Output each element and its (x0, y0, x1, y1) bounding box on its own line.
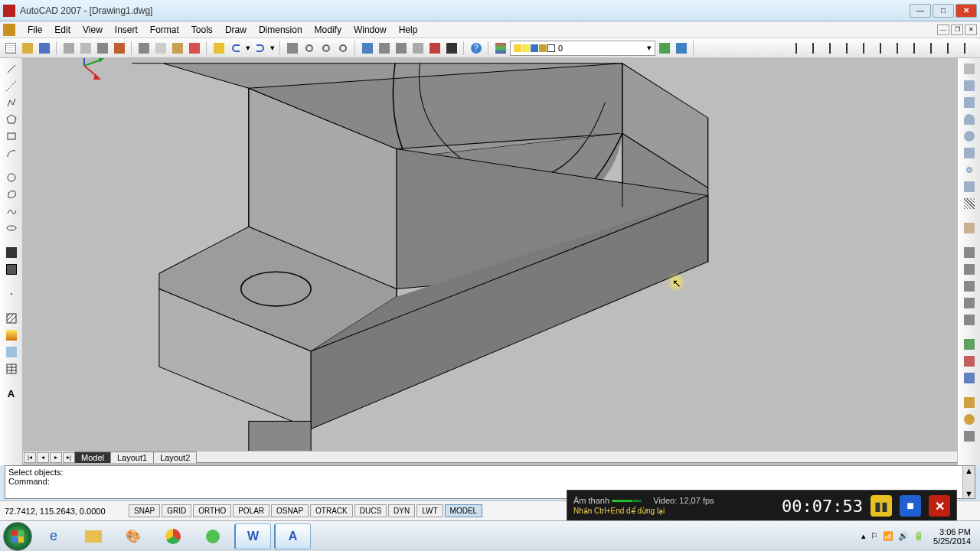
system-tray[interactable]: ▴ ⚐ 📶 🔊 🔋 3:06 PM 5/25/2014 (855, 527, 977, 546)
ortho-toggle[interactable]: ORTHO (193, 504, 231, 517)
spline-button[interactable] (4, 204, 19, 219)
start-button[interactable] (3, 522, 32, 551)
action-center-icon[interactable]: ⚐ (871, 531, 878, 541)
taskbar-word[interactable]: W (234, 523, 271, 549)
dim-aligned-button[interactable] (810, 41, 825, 56)
3d-rotate-button[interactable] (962, 412, 977, 427)
dim-arc-button[interactable] (827, 41, 842, 56)
coordinates-display[interactable]: 72.7412, 115.2643, 0.0000 (5, 507, 127, 516)
pyramid-button[interactable] (962, 179, 977, 194)
tab-first-button[interactable]: |◂ (24, 452, 36, 463)
extrude-button[interactable] (962, 245, 977, 260)
command-prompt[interactable]: Command: (8, 477, 959, 486)
ellipse-button[interactable] (4, 220, 19, 236)
dyn-toggle[interactable]: DYN (388, 504, 415, 517)
network-icon[interactable]: 📶 (883, 531, 893, 541)
construction-line-button[interactable] (4, 78, 19, 93)
layer-states-button[interactable] (674, 41, 689, 56)
properties-button[interactable] (360, 41, 375, 56)
sweep-button[interactable] (962, 279, 977, 294)
recorder-close-button[interactable]: ✕ (929, 495, 950, 517)
paste-button[interactable] (170, 41, 185, 56)
menu-file[interactable]: File (21, 23, 48, 37)
menu-dimension[interactable]: Dimension (253, 23, 309, 37)
union-button[interactable] (962, 337, 977, 352)
dim-linear-button[interactable] (793, 41, 808, 56)
tool-palettes-button[interactable] (394, 41, 409, 56)
hatch-button[interactable] (4, 311, 19, 326)
new-button[interactable] (3, 41, 18, 56)
maximize-button[interactable]: □ (933, 4, 954, 18)
3d-move-button[interactable] (962, 395, 977, 410)
tab-layout1[interactable]: Layout1 (110, 452, 154, 463)
dim-continue-button[interactable] (962, 41, 977, 56)
rectangle-button[interactable] (4, 129, 19, 144)
subtract-button[interactable] (962, 354, 977, 369)
tray-up-icon[interactable]: ▴ (861, 531, 866, 541)
mdi-close-button[interactable]: ✕ (965, 24, 977, 35)
revision-cloud-button[interactable] (4, 187, 19, 202)
cylinder-button[interactable] (962, 145, 977, 161)
3d-align-button[interactable] (962, 429, 977, 444)
revolve-button[interactable] (962, 295, 977, 311)
taskbar-clock[interactable]: 3:06 PM 5/25/2014 (933, 527, 971, 546)
menu-insert[interactable]: Insert (109, 23, 144, 37)
loft-button[interactable] (962, 312, 977, 328)
circle-button[interactable] (4, 170, 19, 185)
osnap-toggle[interactable]: OSNAP (271, 504, 309, 517)
sheet-set-button[interactable] (410, 41, 426, 56)
layer-properties-button[interactable] (493, 41, 508, 56)
polyline-button[interactable] (4, 95, 19, 110)
snap-toggle[interactable]: SNAP (129, 504, 160, 517)
mdi-minimize-button[interactable]: — (937, 24, 949, 35)
grid-toggle[interactable]: GRID (162, 504, 191, 517)
taskbar-chrome[interactable] (155, 523, 191, 549)
dim-angular-button[interactable] (911, 41, 926, 56)
box-button[interactable] (962, 78, 977, 93)
zoom-realtime-button[interactable] (302, 41, 317, 56)
helix-button[interactable] (962, 196, 977, 211)
table-button[interactable] (4, 361, 19, 377)
mdi-restore-button[interactable]: ❐ (951, 24, 963, 35)
sphere-button[interactable] (962, 129, 977, 144)
model-viewport[interactable]: z ↖ (23, 58, 957, 465)
point-button[interactable] (4, 286, 19, 302)
menu-tools[interactable]: Tools (185, 23, 219, 37)
design-center-button[interactable] (377, 41, 392, 56)
minimize-button[interactable]: — (910, 4, 931, 18)
zoom-window-button[interactable] (318, 41, 334, 56)
redo-button[interactable] (253, 41, 268, 56)
taskbar-ie[interactable]: e (35, 523, 72, 549)
insert-block-button[interactable] (4, 245, 19, 260)
arc-button[interactable] (4, 145, 19, 161)
polygon-button[interactable] (4, 112, 19, 127)
wedge-button[interactable] (962, 95, 977, 110)
cone-button[interactable] (962, 112, 977, 127)
recorder-pause-button[interactable]: ▮▮ (871, 495, 892, 517)
menu-modify[interactable]: Modify (309, 23, 348, 37)
plot-button[interactable] (61, 41, 77, 56)
redo-dropdown[interactable]: ▾ (270, 41, 276, 56)
taskbar-paint[interactable]: 🎨 (115, 523, 152, 549)
dim-baseline-button[interactable] (945, 41, 960, 56)
mtext-button[interactable]: A (4, 386, 19, 401)
menu-view[interactable]: View (77, 23, 109, 37)
menu-window[interactable]: Window (348, 23, 393, 37)
markup-button[interactable] (427, 41, 443, 56)
open-button[interactable] (20, 41, 35, 56)
polar-toggle[interactable]: POLAR (233, 504, 270, 517)
model-toggle[interactable]: MODEL (445, 504, 483, 517)
3d-dwf-button[interactable] (112, 41, 127, 56)
command-scrollbar[interactable]: ▲▼ (962, 466, 975, 498)
make-block-button[interactable] (4, 262, 19, 277)
dim-quick-button[interactable] (928, 41, 943, 56)
plot-preview-button[interactable] (78, 41, 93, 56)
menu-edit[interactable]: Edit (48, 23, 77, 37)
menu-format[interactable]: Format (144, 23, 185, 37)
tab-model[interactable]: Model (74, 452, 111, 463)
copy-button[interactable] (153, 41, 168, 56)
tab-prev-button[interactable]: ◂ (37, 452, 49, 463)
save-button[interactable] (37, 41, 52, 56)
tab-last-button[interactable]: ▸| (63, 452, 75, 463)
dim-ordinate-button[interactable] (844, 41, 859, 56)
